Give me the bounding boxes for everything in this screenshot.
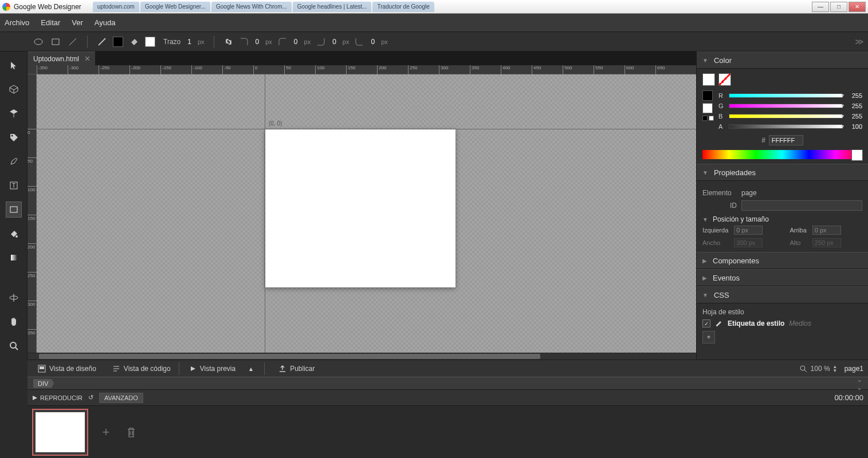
maximize-button[interactable]: □ [830,2,847,12]
scrollbar-thumb[interactable] [39,354,540,359]
delete-frame-button[interactable] [124,425,139,440]
stroke-style-icon[interactable] [97,37,107,47]
zoom-icon[interactable] [799,365,807,373]
pen-tool-icon[interactable] [6,153,22,169]
browser-tab[interactable]: Google headlines | Latest... [293,2,372,12]
preview-dropdown-icon[interactable]: ▴ [246,362,256,375]
zoom-value[interactable]: 100 % [811,365,830,373]
gradient-tool-icon[interactable] [6,250,22,266]
play-button[interactable]: REPRODUCIR [32,394,83,401]
color-swatch-fg[interactable] [702,73,715,86]
label: REPRODUCIR [40,394,83,401]
b-value[interactable]: 255 [846,113,862,120]
add-css-button[interactable]: + [702,331,715,344]
stroke-mini-swatch[interactable] [702,90,713,101]
breadcrumb-item[interactable]: DIV [33,379,54,388]
selection-tool-icon[interactable] [6,57,22,73]
a-value[interactable]: 100 [846,123,862,130]
design-view-button[interactable]: Vista de diseño [32,362,102,375]
preview-button[interactable]: Vista previa [184,362,241,375]
panel-css-header[interactable]: ▼CSS [697,286,868,303]
height-input[interactable] [812,238,841,247]
canvas-stage[interactable]: (0, 0) [37,74,696,353]
edit-icon[interactable] [715,319,723,327]
zoom-tool-icon[interactable] [6,338,22,354]
browser-tab[interactable]: Google Web Designer... [140,2,210,12]
g-slider[interactable]: ▾ [729,104,843,108]
ruler-vertical[interactable]: 050100150200250300350400450 [28,74,37,353]
menu-help[interactable]: Ayuda [95,18,116,27]
menu-file[interactable]: Archivo [5,18,29,27]
page-canvas[interactable] [265,129,455,287]
corner-tl-icon [239,37,249,46]
line-shape-icon[interactable] [68,37,78,47]
text-tool-icon[interactable]: T [6,177,22,194]
minimize-button[interactable]: — [812,2,829,12]
menu-view[interactable]: Ver [72,18,83,27]
zoom-stepper-icon[interactable]: ▴▾ [834,365,836,373]
keyframe-thumbnail[interactable] [32,409,88,456]
panel-events-header[interactable]: ▶Eventos [697,269,868,286]
fill-tool-icon[interactable] [6,226,22,242]
id-input[interactable] [741,200,862,211]
browser-tab[interactable]: Google News With Chrom... [211,2,292,12]
stroke-value[interactable]: 1 [187,38,191,46]
svg-line-3 [99,38,105,45]
css-checkbox[interactable]: ✓ [702,319,710,327]
fill-bucket-icon[interactable] [129,37,139,47]
width-input[interactable] [734,238,763,247]
panel-properties-header[interactable]: ▼Propiedades [697,164,868,181]
link-corners-icon[interactable] [223,37,234,47]
corner-tl-value[interactable]: 0 [256,38,260,46]
add-frame-button[interactable]: + [99,425,113,440]
3d-rotate-tool-icon[interactable] [6,81,22,97]
doc-tab[interactable]: Uptodown.html ✕ [28,52,95,65]
a-slider[interactable]: ▾ [729,124,843,129]
top-input[interactable] [812,226,841,235]
r-slider[interactable]: ▾ [729,93,843,98]
ruler-tick: -100 [191,65,202,74]
separator [214,35,214,48]
color-swatch-none[interactable] [718,73,731,86]
scrollbar-h[interactable] [28,353,696,360]
b-slider[interactable]: ▾ [729,114,843,119]
g-value[interactable]: 255 [846,102,862,109]
swap-icon[interactable] [709,116,714,121]
oval-shape-icon[interactable] [33,37,44,47]
fill-color-swatch[interactable] [145,37,155,47]
expand-options-icon[interactable]: >> [855,37,862,46]
hand-tool-icon[interactable] [6,314,22,330]
corner-bl-value[interactable]: 0 [332,38,336,46]
rectangle-tool-icon[interactable] [6,202,22,218]
3d-translate-tool-icon[interactable] [6,105,22,121]
rect-shape-icon[interactable] [50,37,61,47]
swap-icon[interactable] [702,116,708,121]
hex-input[interactable] [769,135,803,145]
tag-tool-icon[interactable] [6,129,22,145]
current-page[interactable]: page1 [845,365,863,373]
corner-br-value[interactable]: 0 [371,38,375,46]
stroke-color-swatch[interactable] [113,37,123,47]
doc-tab-close-icon[interactable]: ✕ [84,54,91,63]
ruler-tick: 200 [377,65,386,74]
code-view-button[interactable]: Vista de código [107,362,179,375]
browser-tab[interactable]: uptodown.com [93,2,139,12]
breadcrumb-collapse-icon[interactable]: ⌄⌄ [857,376,862,392]
fill-mini-swatch[interactable] [702,103,713,113]
panel-color-header[interactable]: ▼Color [697,52,868,69]
hue-bar[interactable] [702,150,862,159]
advanced-toggle[interactable]: AVANZADO [99,393,143,403]
panel-components-header[interactable]: ▶Componentes [697,252,868,269]
r-value[interactable]: 255 [846,92,862,99]
ruler-horizontal[interactable]: -350-300-250-200-150-100-500501001502002… [28,65,696,74]
loop-button[interactable]: ↺ [88,394,93,401]
corner-tr-value[interactable]: 0 [294,38,298,46]
close-button[interactable]: ✕ [849,2,866,12]
menu-edit[interactable]: Editar [41,18,60,27]
3d-stage-tool-icon[interactable] [6,290,22,306]
ruler-tick: 350 [470,65,479,74]
publish-button[interactable]: Publicar [273,362,320,375]
left-input[interactable] [734,226,763,235]
browser-tabs: uptodown.com Google Web Designer... Goog… [93,2,812,12]
browser-tab[interactable]: Traductor de Google [372,2,434,12]
